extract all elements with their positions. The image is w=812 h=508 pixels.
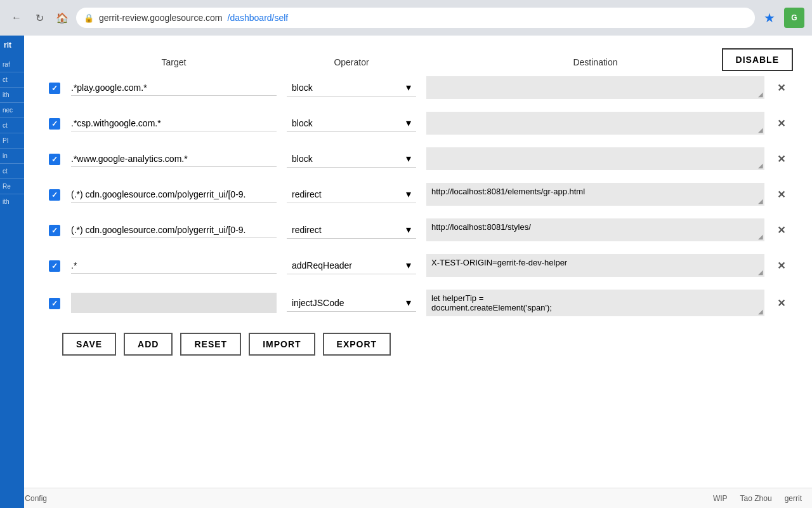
row-2-delete-button[interactable]: ✕ — [775, 153, 788, 165]
address-bar[interactable]: 🔒 gerrit-review.googlesource.com /dashbo… — [76, 8, 755, 28]
row-2-destination[interactable]: ◢ — [426, 147, 764, 170]
row-4-operator-select[interactable]: redirect▾ — [287, 221, 416, 239]
extension-button[interactable]: G — [784, 8, 804, 28]
table-row: redirect▾http://localhost:8081/styles/◢✕ — [43, 215, 793, 245]
table-row: addReqHeader▾X-TEST-ORIGIN=gerrit-fe-dev… — [43, 250, 793, 281]
row-4-delete-button[interactable]: ✕ — [775, 224, 788, 236]
row-5-resize-handle: ◢ — [758, 269, 763, 276]
row-6-destination[interactable]: let helperTip =document.createElement('s… — [426, 290, 764, 316]
row-4-operator-label: redirect — [292, 225, 322, 235]
gerrit-sidebar: rit raf ct ith nec ct PI in ct Re ith — [0, 36, 24, 508]
row-3-checkbox[interactable] — [49, 189, 60, 201]
bottom-actions: SAVE ADD RESET IMPORT EXPORT — [43, 320, 793, 368]
row-3-operator-label: redirect — [292, 189, 322, 199]
nav-item-9[interactable]: Re — [0, 179, 24, 194]
import-button[interactable]: IMPORT — [249, 333, 315, 356]
row-5-destination[interactable]: X-TEST-ORIGIN=gerrit-fe-dev-helper◢ — [426, 254, 764, 277]
row-4-operator-chevron: ▾ — [406, 224, 411, 236]
nav-item-6[interactable]: PI — [0, 133, 24, 149]
bottom-middle-text: WIP — [713, 494, 728, 503]
row-0-delete-button[interactable]: ✕ — [775, 82, 788, 94]
lock-icon: 🔒 — [84, 13, 94, 23]
nav-item-3[interactable]: ith — [0, 88, 24, 103]
row-1-resize-handle: ◢ — [758, 126, 763, 133]
save-button[interactable]: SAVE — [62, 333, 116, 356]
forward-button[interactable]: ↻ — [30, 9, 48, 27]
row-2-operator-label: block — [292, 154, 313, 164]
row-3-destination[interactable]: http://localhost:8081/elements/gr-app.ht… — [426, 183, 764, 206]
row-1-operator-chevron: ▾ — [406, 117, 411, 129]
nav-item-2[interactable]: ct — [0, 72, 24, 88]
browser-chrome: ← ↻ 🏠 🔒 gerrit-review.googlesource.com /… — [0, 0, 812, 36]
row-6-checkbox[interactable] — [49, 298, 60, 309]
row-2-target-input[interactable] — [71, 151, 277, 167]
nav-item-5[interactable]: ct — [0, 118, 24, 133]
nav-item-8[interactable]: ct — [0, 164, 24, 179]
row-0-operator-select[interactable]: block▾ — [287, 79, 416, 97]
row-5-operator-chevron: ▾ — [406, 259, 411, 271]
row-3-target-input[interactable] — [71, 187, 277, 203]
nav-item-7[interactable]: in — [0, 149, 24, 164]
row-5-target-input[interactable] — [71, 258, 277, 274]
row-5-checkbox[interactable] — [49, 260, 60, 272]
col-header-destination: Destination — [421, 52, 769, 72]
reset-button[interactable]: RESET — [180, 333, 241, 356]
nav-item-10[interactable]: ith — [0, 194, 24, 209]
main-content: DISABLE Target Operator Destination bloc… — [24, 36, 812, 508]
row-2-operator-select[interactable]: block▾ — [287, 150, 416, 168]
home-button[interactable]: 🏠 — [53, 9, 71, 27]
row-3-operator-chevron: ▾ — [406, 188, 411, 200]
row-4-checkbox[interactable] — [49, 225, 60, 236]
table-row: block▾◢✕ — [43, 72, 793, 103]
row-0-checkbox[interactable] — [49, 83, 60, 94]
row-3-delete-button[interactable]: ✕ — [775, 189, 788, 201]
col-header-operator: Operator — [282, 52, 421, 72]
row-4-target-input[interactable] — [71, 222, 277, 238]
row-6-operator-select[interactable]: injectJSCode▾ — [287, 294, 416, 312]
rules-panel: DISABLE Target Operator Destination bloc… — [24, 36, 812, 381]
add-button[interactable]: ADD — [124, 333, 173, 356]
bookmark-button[interactable]: ★ — [760, 10, 779, 25]
row-5-operator-select[interactable]: addReqHeader▾ — [287, 257, 416, 274]
table-row: block▾◢✕ — [43, 144, 793, 174]
row-0-destination[interactable]: ◢ — [426, 76, 764, 99]
row-0-resize-handle: ◢ — [758, 91, 763, 98]
url-domain: gerrit-review.googlesource.com — [99, 13, 223, 23]
bottom-right-text: Tao Zhou — [740, 494, 772, 503]
row-5-delete-button[interactable]: ✕ — [775, 260, 788, 272]
row-3-resize-handle: ◢ — [758, 197, 763, 204]
gerrit-sidebar-logo: rit — [0, 36, 24, 55]
row-6-target-input[interactable] — [71, 293, 277, 313]
row-6-operator-chevron: ▾ — [406, 297, 411, 309]
row-1-destination[interactable]: ◢ — [426, 112, 764, 135]
row-2-checkbox[interactable] — [49, 154, 60, 165]
row-1-operator-label: block — [292, 118, 313, 128]
bottom-bar: one Config WIP Tao Zhou gerrit — [0, 488, 812, 508]
table-row: block▾◢✕ — [43, 108, 793, 138]
col-header-target: Target — [66, 52, 282, 72]
row-1-checkbox[interactable] — [49, 118, 60, 130]
row-6-delete-button[interactable]: ✕ — [775, 297, 788, 309]
row-0-operator-label: block — [292, 83, 313, 93]
row-1-operator-select[interactable]: block▾ — [287, 114, 416, 132]
row-3-operator-select[interactable]: redirect▾ — [287, 185, 416, 203]
row-4-destination[interactable]: http://localhost:8081/styles/◢ — [426, 218, 764, 241]
row-0-target-input[interactable] — [71, 80, 277, 96]
row-0-operator-chevron: ▾ — [406, 81, 411, 93]
table-row: injectJSCode▾let helperTip =document.cre… — [43, 286, 793, 320]
row-1-delete-button[interactable]: ✕ — [775, 117, 788, 130]
row-1-target-input[interactable] — [71, 116, 277, 131]
disable-button[interactable]: DISABLE — [722, 48, 793, 71]
nav-item-1[interactable]: raf — [0, 57, 24, 72]
rules-table: Target Operator Destination block▾◢✕bloc… — [43, 52, 793, 320]
row-4-resize-handle: ◢ — [758, 233, 763, 240]
nav-item-4[interactable]: nec — [0, 103, 24, 118]
row-6-resize-handle: ◢ — [758, 308, 763, 315]
row-2-resize-handle: ◢ — [758, 162, 763, 169]
bottom-far-right: gerrit — [785, 494, 802, 503]
table-row: redirect▾http://localhost:8081/elements/… — [43, 179, 793, 210]
url-path: /dashboard/self — [228, 13, 289, 23]
export-button[interactable]: EXPORT — [323, 333, 391, 356]
row-2-operator-chevron: ▾ — [406, 152, 411, 164]
back-button[interactable]: ← — [8, 9, 25, 27]
